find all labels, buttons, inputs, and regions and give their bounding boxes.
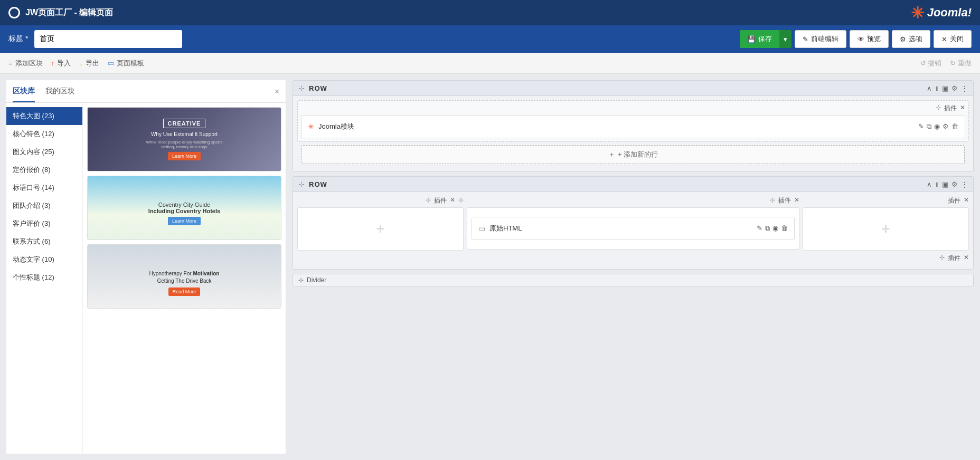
joomla-settings-icon[interactable]: ⚙ — [943, 122, 949, 131]
raw-html-block: ▭ 原始HTML ✎ ⧉ ◉ 🗑 — [472, 217, 795, 240]
undo-button[interactable]: ↺ 撤销 — [920, 59, 942, 68]
creative-card-subtitle: Why Use External It Support — [146, 131, 223, 138]
row-2-bottom-unlink[interactable]: ✕ — [964, 254, 969, 263]
front-edit-button[interactable]: ✎ 前端编辑 — [795, 30, 846, 48]
tab-my-blocks[interactable]: 我的区块 — [45, 87, 75, 102]
row-2-layout-icon[interactable]: ▣ — [942, 180, 948, 188]
joomla-visibility-icon[interactable]: ◉ — [934, 122, 940, 131]
options-button[interactable]: ⚙ 选项 — [892, 30, 930, 48]
export-button[interactable]: ↓ 导出 — [79, 59, 99, 68]
cat-item-custom-title[interactable]: 个性标题 (12) — [6, 269, 82, 286]
joomla-logo: ✳ Joomla! — [911, 4, 972, 22]
add-block-button[interactable]: ≡ 添加区块 — [8, 59, 43, 68]
three-col-row: ⊹ 插件 ✕ ⊹ + ⊹ — [297, 196, 969, 251]
row-1-more-icon[interactable]: ⋮ — [961, 84, 968, 92]
coventry-card-subtitle: Including Coventry Hotels — [148, 208, 220, 214]
save-button-group: 💾 保存 ▾ — [740, 30, 791, 48]
preview-card-coventry[interactable]: Coventry City Guide Including Coventry H… — [87, 176, 281, 240]
row-1-inner-drag[interactable]: ⊹ — [936, 104, 941, 113]
inner-row-1-header: ⊹ 插件 ✕ — [301, 104, 965, 113]
cat-item-reviews[interactable]: 客户评价 (3) — [6, 215, 82, 233]
row-2-bottom-drag[interactable]: ⊹ — [939, 254, 945, 263]
col-1-unlink-icon[interactable]: ✕ — [450, 196, 455, 205]
export-icon: ↓ — [79, 59, 83, 67]
page-title-input[interactable] — [34, 30, 182, 48]
col-3-add-placeholder[interactable]: + — [803, 208, 968, 250]
page-template-icon: ▭ — [108, 59, 114, 67]
row-2-settings-icon[interactable]: ⚙ — [951, 180, 958, 188]
cat-item-team[interactable]: 团队介绍 (3) — [6, 197, 82, 215]
row-2-columns-icon[interactable]: ⫿ — [935, 180, 939, 188]
sidebar-body: 特色大图 (23) 核心特色 (12) 图文内容 (25) 定价报价 (8) 标… — [6, 103, 286, 454]
row-1-settings-icon[interactable]: ⚙ — [951, 84, 958, 92]
save-button[interactable]: 💾 保存 — [740, 30, 779, 48]
tab-library[interactable]: 区块库 — [13, 87, 35, 102]
html-duplicate-icon[interactable]: ⧉ — [765, 224, 770, 233]
row-1-layout-icon[interactable]: ▣ — [942, 84, 948, 92]
creative-card-button[interactable]: Learn More — [168, 152, 201, 160]
add-new-row-button-1[interactable]: ＋ + 添加新的行 — [301, 145, 965, 164]
html-visibility-icon[interactable]: ◉ — [772, 224, 778, 233]
divider-drag-handle[interactable]: ⊹ — [298, 276, 304, 284]
row-2-body: ⊹ 插件 ✕ ⊹ + ⊹ — [293, 192, 973, 269]
html-edit-icon[interactable]: ✎ — [757, 224, 762, 233]
row-1-drag-handle[interactable]: ⊹ — [298, 84, 305, 92]
row-1-columns-icon[interactable]: ⫿ — [935, 84, 939, 92]
sidebar-tabs: 区块库 我的区块 × — [6, 80, 286, 103]
cat-item-pricing[interactable]: 定价报价 (8) — [6, 161, 82, 179]
hypno-card-button[interactable]: Read More — [168, 287, 201, 296]
col-3-content: + — [803, 207, 969, 251]
block-preview-area: CREATIVE Why Use External It Support Whi… — [83, 103, 286, 454]
html-delete-icon[interactable]: 🗑 — [781, 224, 788, 233]
close-button[interactable]: ✕ 关闭 — [934, 30, 972, 48]
joomla-module-icon: ✳ — [308, 122, 314, 131]
preview-card-hypno[interactable]: Hypnotherapy For MotivationGetting The D… — [87, 244, 281, 309]
canvas-area: ⊹ ROW ∧ ⫿ ▣ ⚙ ⋮ ⊹ 插件 ✕ — [286, 74, 980, 460]
col-2-content: ▭ 原始HTML ✎ ⧉ ◉ 🗑 — [467, 207, 799, 250]
preview-image-coventry: Coventry City Guide Including Coventry H… — [88, 176, 281, 239]
joomla-module-block: ✳ Joomla模块 ✎ ⧉ ◉ ⚙ 🗑 — [301, 115, 965, 138]
joomla-edit-icon[interactable]: ✎ — [918, 122, 924, 131]
cat-item-dynamic[interactable]: 动态文字 (10) — [6, 251, 82, 269]
col-2-wrapper: ⊹ 插件 ✕ ▭ 原始HTML ✎ ⧉ — [467, 196, 799, 251]
col-1-header: ⊹ 插件 ✕ ⊹ — [297, 196, 464, 205]
col-3-header: 插件 ✕ — [803, 196, 969, 205]
creative-card-body: While most people enjoy watching sportsb… — [146, 140, 223, 149]
app-title: JW页面工厂 - 编辑页面 — [25, 7, 113, 18]
cat-item-featured[interactable]: 特色大图 (23) — [6, 107, 82, 125]
preview-button[interactable]: 👁 预览 — [850, 30, 889, 48]
row-2-collapse-icon[interactable]: ∧ — [927, 180, 932, 188]
row-2-bottom-insert-label: 插件 — [948, 254, 960, 263]
preview-card-creative[interactable]: CREATIVE Why Use External It Support Whi… — [87, 107, 281, 171]
col-2-drag[interactable]: ⊹ — [770, 196, 775, 205]
redo-button[interactable]: ↻ 重做 — [950, 59, 972, 68]
sidebar-close-button[interactable]: × — [275, 87, 279, 97]
cat-item-contact[interactable]: 联系方式 (6) — [6, 233, 82, 251]
category-list: 特色大图 (23) 核心特色 (12) 图文内容 (25) 定价报价 (8) 标… — [6, 103, 83, 454]
row-2-drag-handle[interactable]: ⊹ — [298, 180, 305, 188]
cat-item-core[interactable]: 核心特色 (12) — [6, 125, 82, 143]
joomla-delete-icon[interactable]: 🗑 — [951, 122, 958, 131]
preview-image-hypno: Hypnotherapy For MotivationGetting The D… — [88, 245, 281, 308]
page-template-button[interactable]: ▭ 页面模板 — [108, 59, 144, 68]
cat-item-slogan[interactable]: 标语口号 (14) — [6, 179, 82, 197]
col-1-add-icon[interactable]: ⊹ — [458, 196, 464, 205]
close-icon: ✕ — [941, 35, 947, 43]
sidebar: 区块库 我的区块 × 特色大图 (23) 核心特色 (12) 图文内容 (25)… — [6, 80, 286, 454]
top-bar: JW页面工厂 - 编辑页面 ✳ Joomla! — [0, 0, 980, 25]
cat-item-graphic[interactable]: 图文内容 (25) — [6, 143, 82, 161]
col-3-unlink-icon[interactable]: ✕ — [964, 196, 969, 205]
joomla-duplicate-icon[interactable]: ⧉ — [927, 122, 931, 131]
coventry-card-button[interactable]: Learn More — [168, 217, 201, 225]
col-1-add-placeholder[interactable]: + — [298, 208, 463, 250]
col-3-insert-label: 插件 — [948, 196, 960, 205]
row-2-more-icon[interactable]: ⋮ — [961, 180, 968, 188]
divider-row-block: ⊹ Divider — [293, 274, 974, 286]
col-2-unlink-icon[interactable]: ✕ — [794, 196, 799, 205]
row-block-2: ⊹ ROW ∧ ⫿ ▣ ⚙ ⋮ ⊹ 插件 ✕ — [293, 176, 974, 270]
import-button[interactable]: ↑ 导入 — [51, 59, 71, 68]
row-1-collapse-icon[interactable]: ∧ — [927, 84, 932, 92]
inner-row-1-close-icon[interactable]: ✕ — [960, 104, 965, 113]
col-1-drag[interactable]: ⊹ — [426, 196, 431, 205]
save-dropdown-button[interactable]: ▾ — [779, 30, 791, 48]
